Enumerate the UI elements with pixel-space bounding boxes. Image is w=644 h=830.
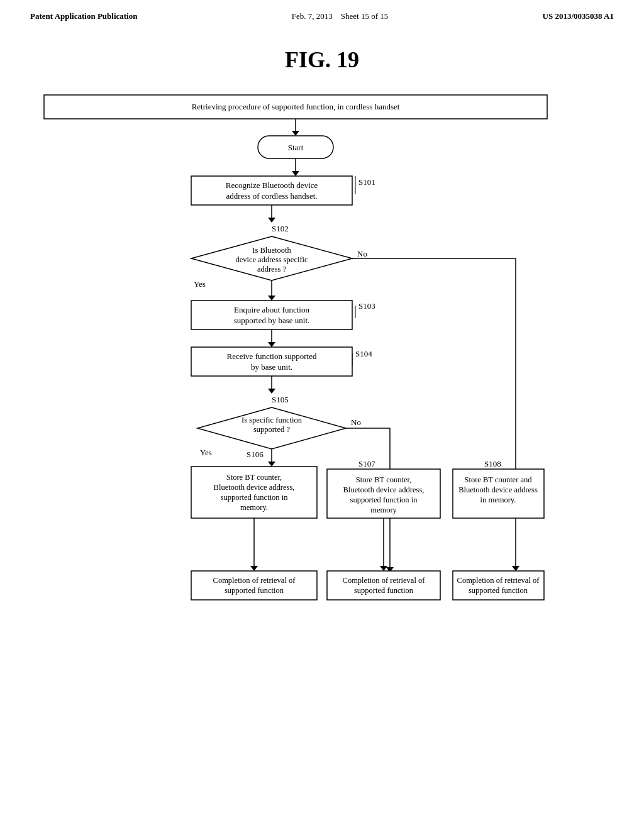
s108-text-line2: Bluetooth device address: [458, 485, 538, 494]
header-publication: Patent Application Publication: [30, 11, 137, 21]
header-sheet: Sheet 15 of 15: [341, 11, 388, 21]
s102-text-line3: address ?: [257, 265, 287, 274]
s102-text-line1: Is Bluetooth: [252, 246, 291, 255]
s105-label: S105: [272, 395, 289, 404]
s106-text-line2: Bluetooth device address,: [214, 483, 295, 492]
s104-label: S104: [355, 349, 372, 358]
s107-completion-line1: Completion of retrieval of: [343, 576, 426, 585]
s105-text-line1: Is specific function: [242, 416, 303, 424]
s106-text-line1: Store BT counter,: [226, 473, 282, 482]
figure-title: FIG. 19: [38, 47, 606, 73]
s105-text-line2: supported ?: [253, 425, 290, 434]
start-label: Start: [288, 143, 304, 152]
flowchart-svg: Retrieving procedure of supported functi…: [38, 92, 553, 733]
svg-marker-37: [512, 566, 519, 571]
svg-marker-5: [292, 171, 299, 176]
s102-text-line2: device address specific: [235, 255, 308, 264]
header-center: Feb. 7, 2013 Sheet 15 of 15: [292, 11, 388, 21]
s107-label: S107: [358, 459, 375, 468]
s108-completion-line1: Completion of retrieval of: [457, 576, 540, 585]
s106-completion-line1: Completion of retrieval of: [213, 576, 296, 585]
s106-completion-line2: supported function: [225, 586, 284, 595]
s107-text-line4: memory: [370, 506, 397, 514]
svg-marker-19: [268, 342, 275, 347]
s105-yes-label: Yes: [200, 448, 212, 457]
svg-marker-2: [292, 131, 299, 136]
s106-text-line3: supported function in: [221, 493, 289, 502]
s106-text-line4: memory.: [240, 503, 268, 512]
s102-yes-label: Yes: [194, 279, 206, 289]
s104-text-line2: by base unit.: [251, 362, 292, 372]
s103-text-line2: supported by base unit.: [234, 316, 310, 325]
s103-label: S103: [358, 301, 375, 311]
header-patent: US 2013/0035038 A1: [543, 11, 614, 21]
s108-label: S108: [484, 459, 501, 468]
svg-marker-29: [268, 462, 275, 467]
s102-no-label: No: [357, 249, 367, 258]
main-content: FIG. 19 Retrieving procedure of supporte…: [0, 28, 644, 758]
svg-marker-15: [268, 296, 275, 301]
svg-marker-23: [268, 389, 275, 394]
s107-text-line3: supported function in: [350, 495, 418, 504]
s106-label: S106: [247, 450, 264, 459]
flowchart-title: Retrieving procedure of supported functi…: [192, 102, 400, 111]
s101-text-line2: address of cordless handset.: [226, 191, 317, 201]
header-date: Feb. 7, 2013: [292, 11, 333, 21]
s105-no-label: No: [351, 418, 361, 427]
svg-rect-38: [191, 571, 317, 600]
s101-text-line1: Recognize Bluetooth device: [226, 180, 318, 190]
s108-completion-line2: supported function: [469, 586, 528, 595]
s104-text-line1: Receive function supported: [227, 351, 317, 361]
s108-text-line3: in memory.: [480, 495, 516, 504]
s107-text-line2: Bluetooth device address,: [343, 485, 425, 494]
s107-text-line1: Store BT counter,: [356, 475, 412, 484]
svg-marker-9: [268, 218, 275, 223]
s103-text-line1: Enquire about function: [234, 305, 309, 314]
s102-label: S102: [272, 224, 289, 233]
page-header: Patent Application Publication Feb. 7, 2…: [0, 0, 644, 28]
s101-label: S101: [358, 177, 375, 187]
svg-marker-36: [380, 566, 387, 571]
s108-text-line1: Store BT counter and: [464, 475, 532, 484]
svg-rect-39: [327, 571, 440, 600]
s107-completion-line2: supported function: [354, 586, 414, 595]
svg-rect-40: [453, 571, 544, 600]
svg-marker-34: [250, 566, 258, 571]
